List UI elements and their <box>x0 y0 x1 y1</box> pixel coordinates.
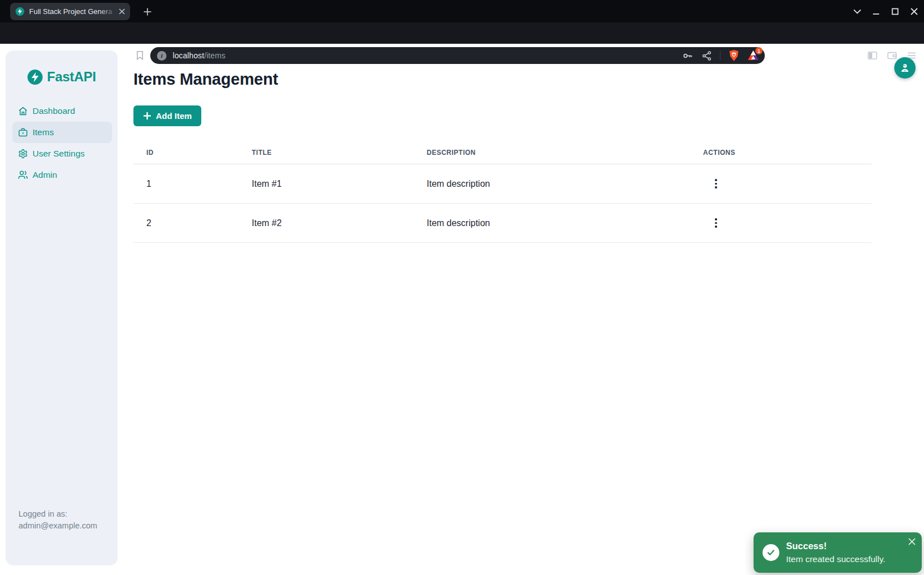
plus-icon <box>144 8 151 16</box>
logged-in-info: Logged in as: admin@example.com <box>19 508 97 532</box>
check-circle-icon <box>763 544 779 561</box>
maximize-icon[interactable] <box>890 6 900 17</box>
kebab-menu-icon <box>715 218 717 220</box>
success-toast: Success! Item created successfully. <box>754 532 922 573</box>
sidebar-nav: Dashboard Items User Settings Admin <box>12 100 112 186</box>
sidebar-item-admin[interactable]: Admin <box>12 164 112 186</box>
sidebar-item-label: Items <box>33 127 54 137</box>
toast-title: Success! <box>786 540 885 553</box>
column-header-id: ID <box>133 149 252 159</box>
plus-icon <box>143 112 151 120</box>
row-actions-menu-button[interactable] <box>709 216 723 231</box>
fastapi-favicon-icon <box>15 7 25 16</box>
close-window-icon[interactable] <box>909 6 920 17</box>
user-avatar-button[interactable] <box>894 57 916 79</box>
table-row: 2 Item #2 Item description <box>133 204 872 243</box>
app-logo: FastAPI <box>6 69 118 85</box>
sidebar-item-label: Dashboard <box>33 106 75 116</box>
cell-id: 2 <box>133 218 252 228</box>
new-tab-button[interactable] <box>140 5 155 19</box>
cell-description: Item description <box>427 218 703 228</box>
tab-title: Full Stack Project Genera <box>29 7 117 16</box>
table-row: 1 Item #1 Item description <box>133 164 872 204</box>
row-actions-menu-button[interactable] <box>709 177 723 191</box>
column-header-actions: ACTIONS <box>703 149 872 159</box>
sidebar-item-label: Admin <box>33 170 57 180</box>
table-header-row: ID TITLE DESCRIPTION ACTIONS <box>133 144 872 164</box>
users-icon <box>18 170 28 180</box>
sidebar-item-user-settings[interactable]: User Settings <box>12 143 112 164</box>
cell-description: Item description <box>427 179 703 189</box>
minimize-icon[interactable] <box>871 6 881 17</box>
add-item-button[interactable]: Add Item <box>133 105 201 126</box>
toast-close-icon[interactable] <box>907 536 917 546</box>
column-header-description: DESCRIPTION <box>427 149 703 159</box>
app-sidebar: FastAPI Dashboard Items User Settings Ad… <box>6 50 118 565</box>
gear-icon <box>18 149 28 159</box>
cell-title: Item #1 <box>252 179 427 189</box>
items-table: ID TITLE DESCRIPTION ACTIONS 1 Item #1 I… <box>133 144 872 243</box>
home-icon <box>18 106 28 116</box>
fastapi-bolt-icon <box>27 70 43 85</box>
sidebar-item-label: User Settings <box>33 149 85 159</box>
add-item-label: Add Item <box>156 111 192 121</box>
toast-message: Item created successfully. <box>786 553 885 565</box>
page-title: Items Management <box>133 70 924 89</box>
logged-in-label: Logged in as: <box>19 508 97 520</box>
cell-title: Item #2 <box>252 218 427 228</box>
column-header-title: TITLE <box>252 149 427 159</box>
briefcase-icon <box>18 127 28 137</box>
logged-in-email: admin@example.com <box>19 520 97 532</box>
cell-id: 1 <box>133 179 252 189</box>
tab-close-icon[interactable] <box>117 7 127 17</box>
kebab-menu-icon <box>715 179 717 181</box>
app-logo-text: FastAPI <box>47 69 96 85</box>
sidebar-item-items[interactable]: Items <box>12 122 112 143</box>
tab-search-chevron-icon[interactable] <box>852 6 862 17</box>
browser-toolbar: i localhost/items 1 <box>0 22 924 44</box>
browser-tab[interactable]: Full Stack Project Genera <box>10 3 130 20</box>
main-content: Items Management Add Item ID TITLE DESCR… <box>133 44 924 243</box>
user-icon <box>899 62 911 74</box>
browser-tab-strip: Full Stack Project Genera <box>0 0 924 22</box>
sidebar-item-dashboard[interactable]: Dashboard <box>12 100 112 122</box>
